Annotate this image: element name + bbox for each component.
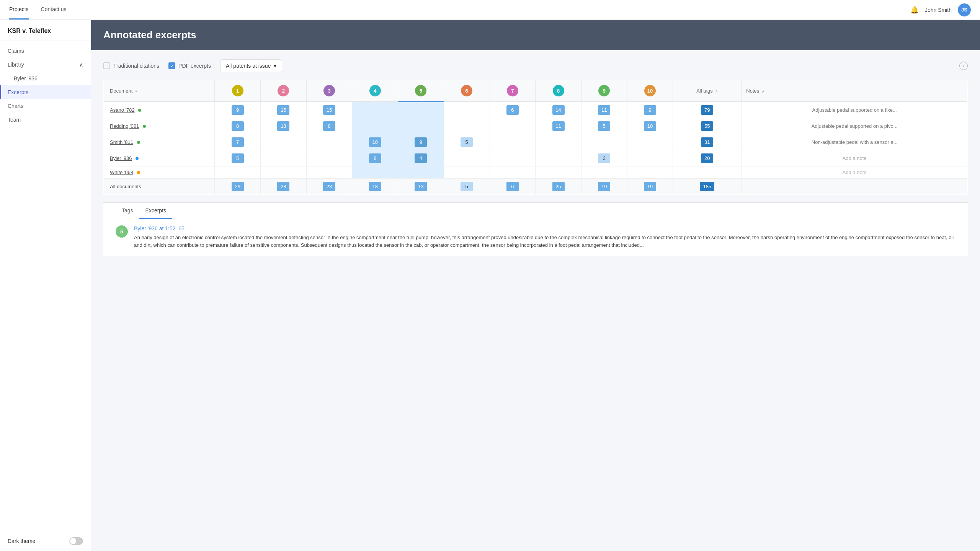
cell-asano-6[interactable] — [444, 102, 490, 118]
col-claim-5[interactable]: 5 — [398, 80, 444, 102]
pdf-excerpts-filter[interactable]: ✓ PDF excerpts — [168, 62, 211, 69]
sidebar-item-excerpts[interactable]: Excerpts — [0, 85, 91, 99]
cell-white-6[interactable] — [444, 166, 490, 178]
cell-redding-1[interactable]: 8 — [215, 118, 261, 134]
cell-asano-10[interactable]: 9 — [627, 102, 673, 118]
col-claim-1[interactable]: 1 — [215, 80, 261, 102]
col-claim-2[interactable]: 2 — [261, 80, 307, 102]
cell-white-4[interactable] — [352, 166, 398, 178]
col-notes[interactable]: Notes ∧ — [742, 80, 968, 102]
cell-asano-3[interactable]: 15 — [306, 102, 352, 118]
cell-byler-3[interactable] — [306, 150, 352, 166]
doc-link-byler[interactable]: Byler '936 — [110, 155, 132, 161]
cell-smith-6[interactable]: 5 — [444, 134, 490, 150]
col-claim-6[interactable]: 6 — [444, 80, 490, 102]
traditional-citations-filter[interactable]: Traditional citations — [103, 62, 159, 69]
col-claim-9[interactable]: 9 — [581, 80, 627, 102]
sidebar-item-team[interactable]: Team — [0, 113, 91, 127]
col-claim-10[interactable]: 10 — [627, 80, 673, 102]
cell-smith-10[interactable] — [627, 134, 673, 150]
nav-contact[interactable]: Contact us — [41, 0, 67, 20]
cell-redding-10[interactable]: 10 — [627, 118, 673, 134]
col-claim-8[interactable]: 8 — [536, 80, 581, 102]
cell-redding-2[interactable]: 13 — [261, 118, 307, 134]
cell-redding-4[interactable] — [352, 118, 398, 134]
pdf-excerpts-checkbox[interactable]: ✓ — [168, 62, 175, 69]
cell-byler-2[interactable] — [261, 150, 307, 166]
traditional-citations-label: Traditional citations — [113, 63, 159, 69]
cell-white-8[interactable] — [536, 166, 581, 178]
add-note-white[interactable]: Add a note — [742, 166, 968, 178]
cell-asano-7[interactable]: 6 — [490, 102, 536, 118]
cell-smith-7[interactable] — [490, 134, 536, 150]
col-claim-7[interactable]: 7 — [490, 80, 536, 102]
cell-smith-4[interactable]: 10 — [352, 134, 398, 150]
doc-cell-smith: Smith '811 — [104, 134, 215, 150]
cell-redding-7[interactable] — [490, 118, 536, 134]
col-all-tags[interactable]: All tags ∧ — [673, 80, 742, 102]
cell-asano-2[interactable]: 15 — [261, 102, 307, 118]
doc-link-asano[interactable]: Asano '782 — [110, 107, 135, 113]
cell-smith-5[interactable]: 9 — [398, 134, 444, 150]
cell-white-total[interactable] — [673, 166, 742, 178]
info-icon[interactable]: i — [959, 62, 968, 70]
cell-redding-5[interactable] — [398, 118, 444, 134]
cell-asano-total[interactable]: 79 — [673, 102, 742, 118]
notification-icon[interactable]: 🔔 — [910, 6, 919, 14]
col-claim-4[interactable]: 4 — [352, 80, 398, 102]
excerpt-ref-link[interactable]: Byler '936 at 1:52–65 — [134, 225, 956, 231]
sidebar-item-claims[interactable]: Claims — [0, 44, 91, 58]
cell-white-9[interactable] — [581, 166, 627, 178]
cell-byler-10[interactable] — [627, 150, 673, 166]
cell-asano-8[interactable]: 14 — [536, 102, 581, 118]
cell-byler-5[interactable]: 4 — [398, 150, 444, 166]
cell-redding-8[interactable]: 11 — [536, 118, 581, 134]
toggle-knob — [70, 538, 76, 544]
cell-byler-7[interactable] — [490, 150, 536, 166]
cell-asano-4[interactable] — [352, 102, 398, 118]
traditional-citations-checkbox[interactable] — [103, 62, 110, 69]
doc-link-white[interactable]: White '068 — [110, 170, 133, 175]
cell-byler-6[interactable] — [444, 150, 490, 166]
col-claim-3[interactable]: 3 — [306, 80, 352, 102]
note-redding: Adjustable pedal supported on a pivo... — [742, 118, 968, 134]
cell-smith-total[interactable]: 31 — [673, 134, 742, 150]
nav-projects[interactable]: Projects — [9, 0, 29, 20]
cell-byler-1[interactable]: 5 — [215, 150, 261, 166]
doc-link-smith[interactable]: Smith '811 — [110, 139, 133, 145]
cell-byler-total[interactable]: 20 — [673, 150, 742, 166]
top-navigation: Projects Contact us 🔔 John Smith JS — [0, 0, 980, 20]
sidebar-item-charts[interactable]: Charts — [0, 99, 91, 113]
cell-smith-9[interactable] — [581, 134, 627, 150]
cell-smith-3[interactable] — [306, 134, 352, 150]
sidebar-item-byler936[interactable]: Byler '936 — [0, 72, 91, 85]
col-document[interactable]: Document ▾ — [104, 80, 215, 102]
cell-byler-8[interactable] — [536, 150, 581, 166]
tab-tags[interactable]: Tags — [116, 203, 139, 219]
cell-smith-2[interactable] — [261, 134, 307, 150]
avatar[interactable]: JS — [958, 3, 971, 16]
cell-redding-6[interactable] — [444, 118, 490, 134]
dark-theme-toggle[interactable] — [69, 537, 83, 545]
sidebar-item-library[interactable]: Library ∧ — [0, 58, 91, 72]
cell-smith-1[interactable]: 7 — [215, 134, 261, 150]
cell-byler-4[interactable]: 8 — [352, 150, 398, 166]
cell-asano-9[interactable]: 11 — [581, 102, 627, 118]
cell-redding-9[interactable]: 5 — [581, 118, 627, 134]
tab-excerpts[interactable]: Excerpts — [139, 203, 172, 219]
cell-smith-8[interactable] — [536, 134, 581, 150]
doc-link-redding[interactable]: Redding '061 — [110, 123, 139, 129]
cell-redding-3[interactable]: 8 — [306, 118, 352, 134]
cell-white-2[interactable] — [261, 166, 307, 178]
cell-white-1[interactable] — [215, 166, 261, 178]
cell-white-5[interactable] — [398, 166, 444, 178]
cell-asano-1[interactable]: 9 — [215, 102, 261, 118]
cell-byler-9[interactable]: 3 — [581, 150, 627, 166]
cell-asano-5[interactable] — [398, 102, 444, 118]
cell-redding-total[interactable]: 55 — [673, 118, 742, 134]
add-note-byler[interactable]: Add a note — [742, 150, 968, 166]
cell-white-3[interactable] — [306, 166, 352, 178]
patents-dropdown[interactable]: All patents at issue ▾ — [220, 59, 283, 72]
cell-white-7[interactable] — [490, 166, 536, 178]
cell-white-10[interactable] — [627, 166, 673, 178]
